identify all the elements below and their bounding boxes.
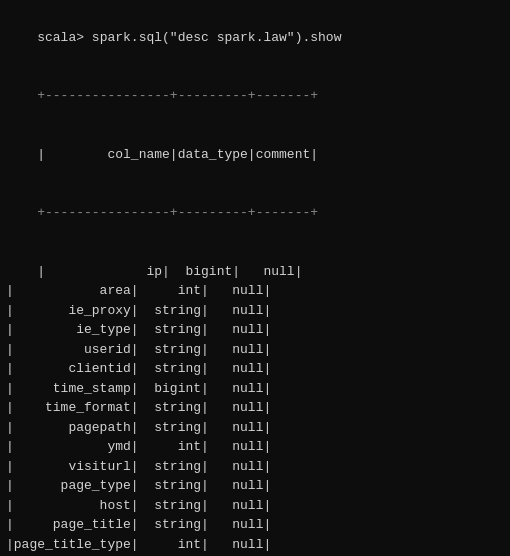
- table-row: | pagepath| string| null|: [6, 420, 271, 435]
- table-row: | visiturl| string| null|: [6, 459, 271, 474]
- table-row: | userid| string| null|: [6, 342, 271, 357]
- table-row: | time_format| string| null|: [6, 400, 271, 415]
- separator-top: +----------------+---------+-------+: [37, 88, 318, 103]
- table-row: |page_title_type| int| null|: [6, 537, 271, 552]
- table-row: | page_type| string| null|: [6, 478, 271, 493]
- terminal-content: scala> spark.sql("desc spark.law").show …: [6, 8, 504, 556]
- command-line: scala> spark.sql("desc spark.law").show: [37, 30, 341, 45]
- table-row: | time_stamp| bigint| null|: [6, 381, 271, 396]
- table-row: | host| string| null|: [6, 498, 271, 513]
- terminal: scala> spark.sql("desc spark.law").show …: [0, 0, 510, 556]
- table-rows: | ip| bigint| null| | area| int| null| |…: [6, 264, 302, 557]
- table-row: | ip| bigint| null|: [37, 264, 302, 279]
- separator-header: +----------------+---------+-------+: [37, 205, 318, 220]
- table-row: | ie_type| string| null|: [6, 322, 271, 337]
- table-row: | area| int| null|: [6, 283, 271, 298]
- table-header: | col_name|data_type|comment|: [37, 147, 318, 162]
- table-row: | ie_proxy| string| null|: [6, 303, 271, 318]
- table-row: | page_title| string| null|: [6, 517, 271, 532]
- table-row: | clientid| string| null|: [6, 361, 271, 376]
- table-row: | ymd| int| null|: [6, 439, 271, 454]
